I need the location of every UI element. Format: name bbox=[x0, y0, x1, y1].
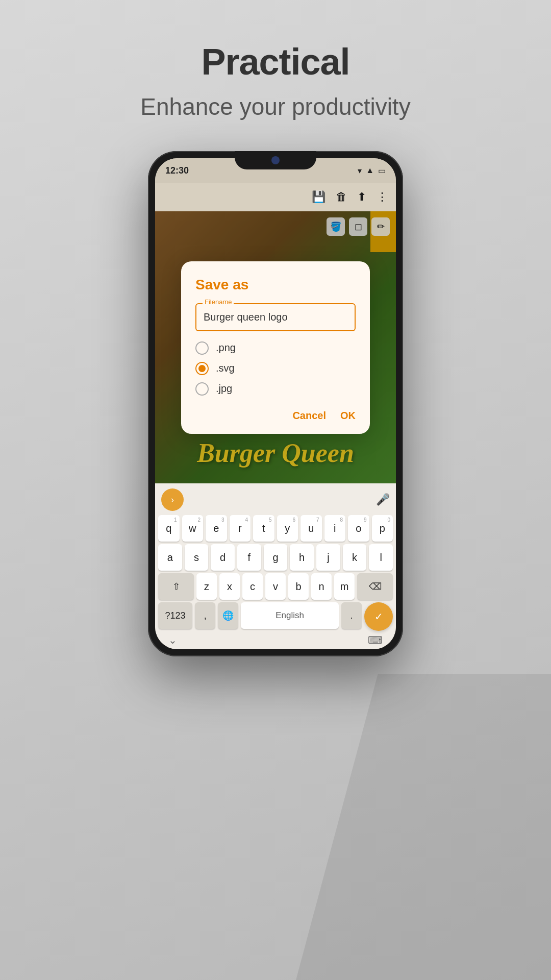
keyboard-bottom-row: ?123 , 🌐 English . ✓ bbox=[158, 602, 393, 631]
key-e[interactable]: e3 bbox=[206, 515, 227, 542]
format-options: .png .svg .jpg bbox=[195, 341, 356, 396]
radio-jpg[interactable] bbox=[195, 382, 209, 396]
key-s[interactable]: s bbox=[185, 544, 209, 571]
wifi-icon: ▾ bbox=[358, 166, 362, 176]
key-f[interactable]: f bbox=[237, 544, 261, 571]
share-icon[interactable]: ⬆ bbox=[357, 190, 366, 204]
radio-svg[interactable] bbox=[195, 362, 209, 375]
key-t[interactable]: t5 bbox=[253, 515, 274, 542]
phone-camera bbox=[271, 156, 280, 164]
key-l[interactable]: l bbox=[369, 544, 393, 571]
key-period[interactable]: . bbox=[341, 602, 362, 629]
key-v[interactable]: v bbox=[265, 573, 286, 600]
more-icon[interactable]: ⋮ bbox=[377, 190, 388, 204]
ok-button[interactable]: OK bbox=[340, 410, 356, 422]
status-icons: ▾ ▲ ▭ bbox=[358, 166, 386, 176]
page-subtitle: Enhance your productivity bbox=[140, 93, 410, 120]
save-dialog: Save as Filename .png bbox=[181, 261, 370, 434]
dialog-actions: Cancel OK bbox=[195, 410, 356, 422]
key-w[interactable]: w2 bbox=[182, 515, 204, 542]
key-r[interactable]: r4 bbox=[230, 515, 251, 542]
key-a[interactable]: a bbox=[158, 544, 182, 571]
filename-label: Filename bbox=[203, 298, 234, 306]
format-option-svg[interactable]: .svg bbox=[195, 362, 356, 375]
key-j[interactable]: j bbox=[316, 544, 340, 571]
keyboard-row-1: q1 w2 e3 r4 t5 y6 u7 i8 o9 p0 bbox=[158, 515, 393, 542]
key-y[interactable]: y6 bbox=[277, 515, 298, 542]
keyboard-row-3: ⇧ z x c v b n m ⌫ bbox=[158, 573, 393, 600]
key-k[interactable]: k bbox=[343, 544, 367, 571]
shift-key[interactable]: ⇧ bbox=[158, 573, 194, 600]
dialog-title: Save as bbox=[195, 277, 356, 293]
key-z[interactable]: z bbox=[196, 573, 217, 600]
key-globe[interactable]: 🌐 bbox=[218, 602, 238, 629]
format-label-jpg: .jpg bbox=[216, 383, 232, 395]
keyboard-nav-row: ⌄ ⌨ bbox=[158, 631, 393, 646]
key-n[interactable]: n bbox=[311, 573, 332, 600]
key-u[interactable]: u7 bbox=[300, 515, 322, 542]
mic-button[interactable]: 🎤 bbox=[376, 493, 390, 506]
phone-notch bbox=[235, 151, 316, 169]
key-g[interactable]: g bbox=[264, 544, 288, 571]
signal-icon: ▲ bbox=[366, 166, 374, 175]
dialog-overlay: Save as Filename .png bbox=[155, 211, 396, 483]
key-comma[interactable]: , bbox=[195, 602, 215, 629]
page-title: Practical bbox=[201, 41, 349, 83]
key-h[interactable]: h bbox=[290, 544, 314, 571]
radio-svg-inner bbox=[198, 365, 206, 372]
key-x[interactable]: x bbox=[219, 573, 240, 600]
radio-png[interactable] bbox=[195, 341, 209, 355]
key-q[interactable]: q1 bbox=[158, 515, 180, 542]
status-time: 12:30 bbox=[165, 165, 189, 176]
key-numeric[interactable]: ?123 bbox=[158, 602, 192, 629]
format-label-svg: .svg bbox=[216, 362, 235, 374]
key-b[interactable]: b bbox=[288, 573, 309, 600]
space-key[interactable]: English bbox=[241, 602, 339, 629]
app-toolbar: 💾 🗑 ⬆ ⋮ bbox=[155, 183, 396, 211]
key-d[interactable]: d bbox=[211, 544, 235, 571]
phone-screen: 12:30 ▾ ▲ ▭ 💾 🗑 ⬆ ⋮ 🪣 ◻ ✏ Burger Queen bbox=[155, 158, 396, 649]
cancel-button[interactable]: Cancel bbox=[292, 410, 326, 422]
keyboard-expand-button[interactable]: › bbox=[161, 488, 184, 511]
backspace-key[interactable]: ⌫ bbox=[357, 573, 393, 600]
nav-down-icon[interactable]: ⌄ bbox=[168, 634, 177, 646]
delete-icon[interactable]: 🗑 bbox=[336, 190, 347, 204]
enter-key[interactable]: ✓ bbox=[364, 602, 393, 631]
keyboard-top-row: › 🎤 bbox=[158, 488, 393, 515]
key-i[interactable]: i8 bbox=[324, 515, 346, 542]
filename-field-container: Filename bbox=[195, 303, 356, 331]
format-label-png: .png bbox=[216, 342, 236, 354]
phone-mockup: 12:30 ▾ ▲ ▭ 💾 🗑 ⬆ ⋮ 🪣 ◻ ✏ Burger Queen bbox=[148, 151, 403, 656]
canvas-area: 🪣 ◻ ✏ Burger Queen Save as Filename bbox=[155, 211, 396, 483]
save-icon[interactable]: 💾 bbox=[312, 190, 325, 204]
key-o[interactable]: o9 bbox=[348, 515, 369, 542]
battery-icon: ▭ bbox=[378, 166, 386, 176]
format-option-png[interactable]: .png bbox=[195, 341, 356, 355]
key-p[interactable]: p0 bbox=[372, 515, 393, 542]
keyboard-row-2: a s d f g h j k l bbox=[158, 544, 393, 571]
key-c[interactable]: c bbox=[242, 573, 263, 600]
nav-keyboard-icon[interactable]: ⌨ bbox=[368, 634, 383, 646]
keyboard: › 🎤 q1 w2 e3 r4 t5 y6 u7 i8 o9 p0 a s d bbox=[155, 483, 396, 649]
format-option-jpg[interactable]: .jpg bbox=[195, 382, 356, 396]
filename-input[interactable] bbox=[195, 303, 356, 331]
key-m[interactable]: m bbox=[334, 573, 355, 600]
